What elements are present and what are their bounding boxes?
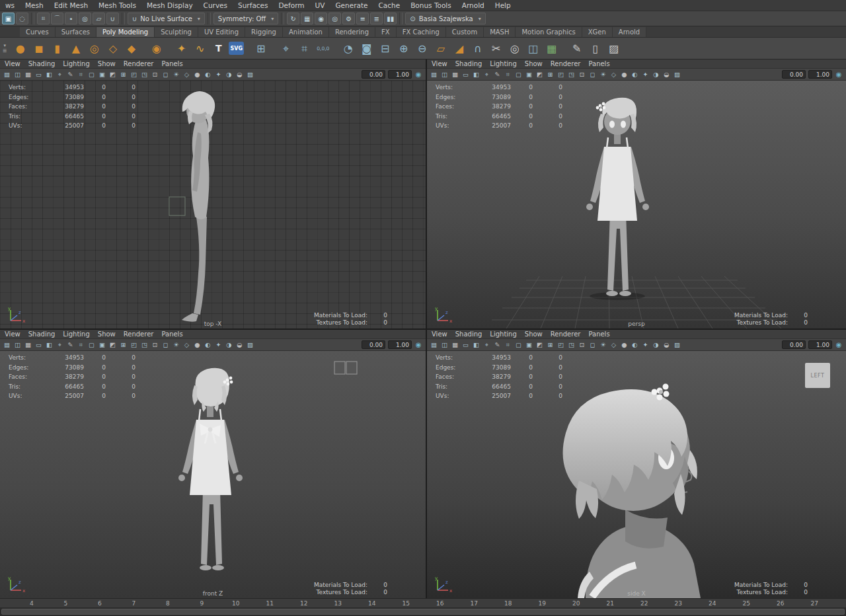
resolution-gate-icon[interactable]: ▣ <box>97 340 107 350</box>
shadows-icon[interactable]: ◑ <box>651 70 661 79</box>
select-camera-icon[interactable]: ▤ <box>2 340 12 350</box>
ep-curve-icon[interactable]: ∿ <box>192 40 208 57</box>
panel-menu-item[interactable]: Shading <box>453 60 488 67</box>
shelf-tab-arrow-icon[interactable]: ▾ <box>3 44 6 48</box>
shelf-tab[interactable]: FX Caching <box>397 27 446 37</box>
select-camera-icon[interactable]: ▤ <box>429 70 439 79</box>
field-chart-icon[interactable]: ⊞ <box>118 340 128 350</box>
film-gate-icon[interactable]: ▢ <box>514 340 523 350</box>
poly-disc-icon[interactable]: ◆ <box>123 40 139 57</box>
live-surface-dropdown[interactable]: ∪ No Live Surface <box>128 13 205 24</box>
lights-icon[interactable]: ✦ <box>213 70 223 79</box>
frame-all-icon[interactable]: ⊡ <box>150 70 160 79</box>
range-slider-handle[interactable] <box>1 609 845 615</box>
film-gate-icon[interactable]: ▢ <box>87 70 96 79</box>
shelf-sep[interactable] <box>562 40 566 57</box>
viewport-canvas-persp[interactable]: Verts:3495300 Edges:7308900 Faces:382790… <box>427 81 846 328</box>
grease-pencil-icon[interactable]: ✎ <box>492 70 502 79</box>
frame-all-icon[interactable]: ⊡ <box>577 340 587 350</box>
bookmark-icon[interactable]: ▭ <box>34 70 44 79</box>
pan-zoom-icon[interactable]: ⌖ <box>55 70 65 79</box>
menu-item[interactable]: ws <box>0 1 20 10</box>
panel-menu-item[interactable]: Panels <box>586 330 615 338</box>
bookmark-icon[interactable]: ▭ <box>34 340 44 350</box>
extrude-icon[interactable]: ▱ <box>432 40 449 57</box>
frame-selected-icon[interactable]: ◻ <box>588 70 597 79</box>
zoom-field[interactable]: 1.00 <box>388 70 412 79</box>
headlight-icon[interactable]: ☀ <box>598 340 608 350</box>
lights-icon[interactable]: ✦ <box>640 70 650 79</box>
panel-menu-item[interactable]: View <box>429 330 453 338</box>
shelf-tab[interactable]: MASH <box>484 27 516 37</box>
select-camera-icon[interactable]: ▤ <box>2 70 12 79</box>
textured-icon[interactable]: ◐ <box>630 340 640 350</box>
snap-point-icon[interactable]: ∙ <box>65 13 77 24</box>
field-chart-icon[interactable]: ⊞ <box>118 70 128 79</box>
safe-title-icon[interactable]: ◳ <box>566 340 576 350</box>
render-settings-icon[interactable]: ⚙ <box>342 13 355 24</box>
poly-cone-icon[interactable]: ▲ <box>67 40 84 57</box>
pan-field[interactable]: 0.00 <box>782 340 806 349</box>
uv-border-icon[interactable]: ▯ <box>587 40 603 57</box>
aa-icon[interactable]: ▨ <box>245 340 255 350</box>
grid-icon[interactable]: ⌗ <box>76 340 86 350</box>
safe-title-icon[interactable]: ◳ <box>139 70 149 79</box>
viewport-canvas-front[interactable]: Verts:3495300 Edges:7308900 Faces:382790… <box>0 351 426 598</box>
symmetry-dropdown[interactable]: Symmetry: Off <box>213 13 278 24</box>
lasso-tool-icon[interactable]: ◌ <box>16 13 28 24</box>
image-plane-icon[interactable]: ◧ <box>44 70 54 79</box>
type-tool-icon[interactable]: T <box>210 40 227 57</box>
poly-sphere-icon[interactable]: ● <box>12 40 28 57</box>
menu-item[interactable]: Generate <box>330 1 373 10</box>
panel-menu-item[interactable]: Show <box>95 330 121 338</box>
panel-menu-item[interactable]: Shading <box>26 330 61 338</box>
textured-icon[interactable]: ◐ <box>203 340 213 350</box>
grease-pencil-icon[interactable]: ✎ <box>492 340 502 350</box>
headlight-icon[interactable]: ☀ <box>598 70 608 79</box>
shelf-tab[interactable]: Surfaces <box>56 27 96 37</box>
match-pivot-icon[interactable]: ⌗ <box>296 40 313 57</box>
headlight-icon[interactable]: ☀ <box>171 70 181 79</box>
bevel-icon[interactable]: ◢ <box>451 40 467 57</box>
zero-transform-icon[interactable]: 0,0,0 <box>315 40 331 57</box>
boolean-union-icon[interactable]: ⊕ <box>395 40 412 57</box>
menu-item[interactable]: Curves <box>198 1 233 10</box>
display-layer-icon[interactable]: ≡ <box>356 13 369 24</box>
aa-icon[interactable]: ▨ <box>672 70 682 79</box>
shelf-tab[interactable]: Custom <box>446 27 484 37</box>
safe-action-icon[interactable]: ◰ <box>556 340 566 350</box>
safe-action-icon[interactable]: ◰ <box>556 70 566 79</box>
ao-icon[interactable]: ◒ <box>662 70 672 79</box>
shelf-menu-icon[interactable]: ☰ <box>3 49 7 53</box>
shelf-tab[interactable]: Curves <box>20 27 56 37</box>
film-gate-icon[interactable]: ▢ <box>514 70 523 79</box>
poly-plane-icon[interactable]: ◇ <box>104 40 121 57</box>
poly-cube-icon[interactable]: ◼ <box>30 40 47 57</box>
construction-history-icon[interactable]: ↻ <box>287 13 299 24</box>
lock-camera-icon[interactable]: ◫ <box>13 340 22 350</box>
image-plane-icon[interactable]: ◧ <box>44 340 54 350</box>
panel-menu-item[interactable]: Renderer <box>548 330 586 338</box>
safe-action-icon[interactable]: ◰ <box>129 340 139 350</box>
platonic-solid-icon[interactable]: ◉ <box>148 40 165 57</box>
wireframe-icon[interactable]: ◇ <box>182 340 192 350</box>
image-plane-icon[interactable]: ◧ <box>471 70 481 79</box>
menu-item[interactable]: Cache <box>373 1 405 10</box>
menu-item[interactable]: Mesh Tools <box>93 1 141 10</box>
pan-field[interactable]: 0.00 <box>362 340 385 349</box>
safe-title-icon[interactable]: ◳ <box>139 340 149 350</box>
ipr-render-icon[interactable]: ◎ <box>328 13 341 24</box>
poly-torus-icon[interactable]: ◎ <box>86 40 102 57</box>
select-camera-icon[interactable]: ▤ <box>429 340 439 350</box>
wireframe-icon[interactable]: ◇ <box>609 340 619 350</box>
panel-menu-item[interactable]: Renderer <box>548 60 586 67</box>
gate-mask-icon[interactable]: ◩ <box>108 70 118 79</box>
shadows-icon[interactable]: ◑ <box>224 340 234 350</box>
panel-menu-item[interactable]: Shading <box>453 330 488 338</box>
menu-item[interactable]: Mesh <box>20 1 49 10</box>
menu-item[interactable]: Mesh Display <box>141 1 198 10</box>
panel-menu-item[interactable]: View <box>429 60 453 67</box>
color-management-icon[interactable]: ◉ <box>413 70 424 79</box>
panel-menu-item[interactable]: Show <box>522 60 548 67</box>
smooth-shade-icon[interactable]: ● <box>619 340 629 350</box>
